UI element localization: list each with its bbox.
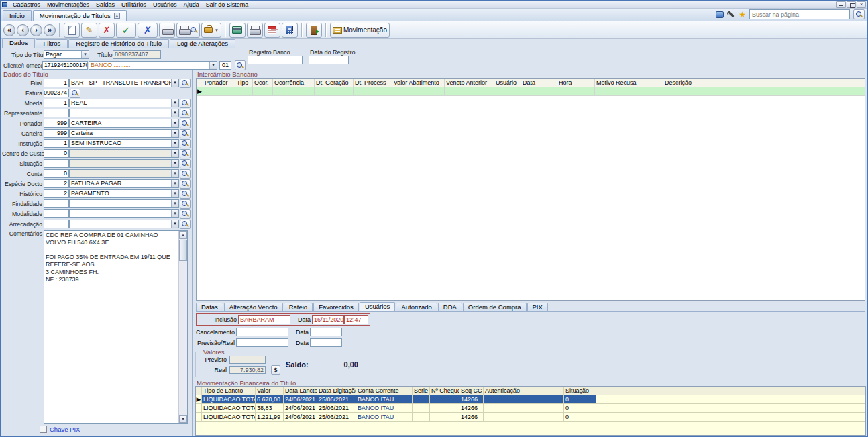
- field-code-input[interactable]: 1: [44, 99, 69, 107]
- previsto-field[interactable]: [229, 356, 266, 364]
- menu-item[interactable]: Utilitários: [118, 1, 150, 8]
- field-value-dropdown[interactable]: ▼: [69, 220, 179, 228]
- dropdown-arrow-icon[interactable]: ▼: [171, 170, 178, 177]
- scroll-track[interactable]: [179, 262, 187, 415]
- print-preview-button[interactable]: [176, 23, 200, 38]
- delete-button[interactable]: ✗: [99, 23, 115, 38]
- tab-movimentacao-de-titulos[interactable]: Movimentação de Títulos ×: [33, 10, 127, 21]
- search-button[interactable]: [180, 209, 191, 219]
- search-button[interactable]: [180, 149, 191, 158]
- titulo-field[interactable]: 8090237407: [113, 50, 161, 59]
- main-tab[interactable]: Registro de Histórico do Título: [68, 39, 169, 48]
- field-code-input[interactable]: 999: [44, 119, 69, 128]
- detail-tab[interactable]: Alteração Vencto: [224, 303, 283, 311]
- wrench-icon[interactable]: [727, 11, 735, 18]
- dropdown-arrow-icon[interactable]: ▼: [171, 150, 178, 157]
- search-button[interactable]: [180, 79, 191, 88]
- minimize-button[interactable]: [836, 1, 846, 8]
- dropdown-arrow-icon[interactable]: ▼: [171, 200, 178, 207]
- dropdown-arrow-icon[interactable]: ▼: [81, 51, 89, 58]
- grid-row[interactable]: LIQUIDACAO TOTAL1.221,9924/06/202125/06/…: [196, 413, 865, 422]
- detail-tab[interactable]: Datas: [196, 303, 223, 311]
- comentarios-textarea[interactable]: CDC REF A COMPRA DE 01 CAMINHÃO VOLVO FH…: [44, 230, 188, 424]
- field-value-dropdown[interactable]: CARTEIRA▼: [69, 119, 179, 128]
- data-registro-field[interactable]: [309, 56, 349, 64]
- dropdown-arrow-icon[interactable]: ▼: [171, 210, 178, 217]
- real-field[interactable]: 7.930,82: [229, 366, 266, 374]
- field-value-dropdown[interactable]: ▼: [69, 199, 179, 208]
- field-code-input[interactable]: 2: [44, 179, 69, 188]
- comentarios-scrollbar[interactable]: ▲▼: [178, 231, 187, 423]
- dropdown-arrow-icon[interactable]: ▼: [171, 130, 178, 137]
- search-button[interactable]: [180, 109, 191, 118]
- scroll-down-icon[interactable]: ▼: [179, 415, 187, 423]
- cliente-suffix-field[interactable]: 01: [219, 61, 231, 70]
- scroll-up-icon[interactable]: ▲: [179, 231, 187, 239]
- payment-card-button[interactable]: [229, 23, 246, 38]
- detail-tab[interactable]: Autorizado: [396, 303, 437, 311]
- dropdown-arrow-icon[interactable]: ▼: [171, 99, 178, 107]
- search-button[interactable]: [180, 199, 191, 209]
- field-code-input[interactable]: 1: [44, 79, 69, 87]
- detail-tab[interactable]: Favorecidos: [313, 303, 359, 311]
- search-button[interactable]: [180, 169, 191, 179]
- dropdown-arrow-icon[interactable]: ▼: [171, 79, 178, 87]
- dropdown-arrow-icon[interactable]: ▼: [171, 180, 178, 187]
- field-value-dropdown[interactable]: PAGAMENTO▼: [69, 189, 179, 198]
- search-button[interactable]: [180, 220, 191, 229]
- menu-item[interactable]: Movimentações: [44, 1, 93, 8]
- field-value-dropdown[interactable]: SEM INSTRUCAO▼: [69, 139, 179, 148]
- dropdown-arrow-icon[interactable]: ▼: [171, 160, 178, 167]
- tipo-titulo-dropdown[interactable]: Pagar ▼: [44, 50, 89, 59]
- search-button[interactable]: [180, 159, 191, 168]
- search-button[interactable]: [180, 119, 191, 128]
- search-button[interactable]: [180, 99, 191, 108]
- nav-next-button[interactable]: ›: [30, 24, 42, 36]
- chave-pix-checkbox[interactable]: [40, 426, 47, 433]
- cancel-button[interactable]: ✗: [138, 23, 158, 38]
- detail-tab[interactable]: Usuários: [360, 302, 396, 311]
- search-button[interactable]: [180, 139, 191, 148]
- dropdown-arrow-icon[interactable]: ▼: [209, 62, 217, 69]
- nav-last-button[interactable]: »: [44, 24, 56, 36]
- dropdown-arrow-icon[interactable]: ▼: [171, 220, 178, 228]
- inclusao-user-field[interactable]: BARBARAM: [238, 315, 290, 324]
- field-code-input[interactable]: 0: [44, 169, 69, 178]
- cancelamento-user-field[interactable]: [236, 328, 288, 336]
- field-value-dropdown[interactable]: Carteira▼: [69, 129, 179, 138]
- field-code-input[interactable]: [44, 220, 69, 228]
- detail-tab[interactable]: Ordem de Compra: [463, 303, 527, 311]
- field-code-input[interactable]: 2: [44, 189, 69, 198]
- field-value-dropdown[interactable]: BAR - SP - TRANSLUTE TRANSPORTES RODOV▼: [69, 79, 179, 87]
- field-code-input[interactable]: [44, 199, 69, 208]
- search-button[interactable]: [70, 89, 80, 98]
- previsao-real-date-field[interactable]: [310, 338, 342, 347]
- search-button[interactable]: [180, 129, 191, 138]
- confirm-button[interactable]: ✓: [116, 23, 136, 38]
- tab-inicio[interactable]: Início: [3, 10, 32, 21]
- field-value-dropdown[interactable]: ▼: [69, 149, 179, 158]
- money-button[interactable]: $: [271, 365, 280, 375]
- field-value-dropdown[interactable]: ▼: [69, 109, 179, 117]
- schedule-grid-button[interactable]: [264, 23, 280, 38]
- edit-button[interactable]: ✎: [81, 23, 97, 38]
- registro-banco-field[interactable]: [248, 56, 303, 64]
- main-tab[interactable]: Log de Alterações: [170, 39, 235, 48]
- main-tab[interactable]: Filtros: [36, 39, 68, 48]
- previsao-real-user-field[interactable]: [236, 338, 288, 347]
- menu-item[interactable]: Ajuda: [180, 1, 203, 8]
- field-value-dropdown[interactable]: FATURA A PAGAR▼: [69, 179, 179, 188]
- inclusao-date-field[interactable]: 16/11/2020: [312, 315, 344, 324]
- scroll-thumb[interactable]: [179, 240, 187, 261]
- field-code-input[interactable]: 80902374: [44, 89, 69, 97]
- field-value-dropdown[interactable]: REAL▼: [69, 99, 179, 107]
- tab-close-icon[interactable]: ×: [114, 13, 120, 19]
- detail-tab[interactable]: Rateio: [284, 303, 313, 311]
- field-code-input[interactable]: 999: [44, 129, 69, 138]
- grid-row[interactable]: LIQUIDACAO TOTAL38,8324/06/202125/06/202…: [196, 404, 865, 413]
- menu-item[interactable]: Cadastros: [9, 1, 44, 8]
- grid-row[interactable]: ▶: [197, 87, 865, 96]
- dropdown-arrow-icon[interactable]: ▼: [171, 119, 178, 127]
- movimentacao-button[interactable]: Movimentação: [330, 23, 390, 38]
- print-titles-button[interactable]: [247, 23, 263, 38]
